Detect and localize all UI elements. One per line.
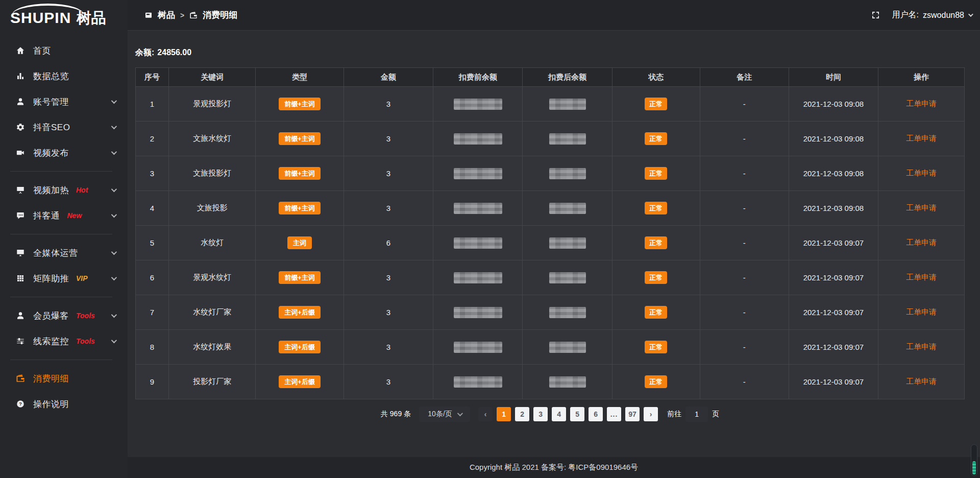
column-header: 扣费前余额 (433, 68, 523, 87)
logo: SHUPIN 树品 (0, 0, 128, 32)
user-menu[interactable]: 用户名: zswodun88 (892, 10, 972, 20)
page-button-1[interactable]: 1 (497, 407, 511, 421)
cell-remark: - (700, 260, 789, 295)
type-badge: 前缀+主词 (279, 98, 321, 110)
sidebar-item-badge: Tools (76, 312, 95, 320)
sidebar-item-4[interactable]: 视频发布 (0, 140, 128, 165)
ticket-apply-link[interactable]: 工单申请 (906, 134, 937, 142)
sidebar-item-11[interactable]: 消费明细 (0, 366, 128, 391)
cell-index: 4 (136, 191, 169, 226)
scrollbar[interactable] (971, 444, 977, 476)
masked-balance-after (549, 307, 586, 318)
cell-amount: 3 (344, 87, 433, 122)
pagination-ellipsis[interactable]: ... (607, 407, 621, 421)
main-content: 余额:24856.00 序号关键词类型金额扣费前余额扣费后余额状态备注时间操作 … (128, 31, 980, 457)
cell-remark: - (700, 365, 789, 399)
ticket-apply-link[interactable]: 工单申请 (906, 307, 937, 316)
page-button-5[interactable]: 5 (570, 407, 584, 421)
type-badge: 主词+后缀 (279, 341, 321, 353)
sidebar-item-label: 消费明细 (33, 373, 69, 385)
goto-label: 前往 (667, 410, 681, 419)
sidebar-item-label: 线索监控 (33, 336, 69, 347)
sidebar-item-label: 抖音SEO (33, 122, 70, 133)
scrollbar-thumb[interactable] (972, 461, 976, 474)
chevron-down-icon (111, 312, 117, 318)
goto-page-input[interactable] (685, 407, 708, 422)
logo-arc (12, 4, 84, 15)
next-page-button[interactable]: › (644, 407, 658, 421)
cell-index: 7 (136, 295, 169, 330)
sidebar-item-label: 数据总览 (33, 70, 69, 82)
cell-time: 2021-12-03 09:08 (789, 156, 878, 191)
chevron-down-icon (111, 275, 117, 280)
cell-time: 2021-12-03 09:07 (789, 226, 878, 260)
sidebar-item-7[interactable]: 全媒体运营 (0, 240, 128, 266)
column-header: 扣费后余额 (523, 68, 612, 87)
table-row: 3文旅投影灯前缀+主词3正常-2021-12-03 09:08工单申请 (136, 156, 965, 191)
page-button-6[interactable]: 6 (589, 407, 603, 421)
cell-keyword: 文旅投影灯 (168, 156, 256, 191)
sidebar-item-10[interactable]: 线索监控Tools (0, 328, 128, 354)
ticket-apply-link[interactable]: 工单申请 (906, 203, 937, 212)
sliders-icon (15, 336, 26, 346)
help-icon: ? (15, 399, 26, 409)
status-badge: 正常 (645, 167, 667, 180)
app-icon (144, 11, 153, 19)
masked-balance-after (549, 237, 586, 249)
chevron-down-icon (111, 186, 117, 192)
page-button-4[interactable]: 4 (552, 407, 566, 421)
sidebar-item-label: 操作说明 (33, 398, 69, 410)
page-button-97[interactable]: 97 (625, 407, 640, 421)
sidebar-item-6[interactable]: 抖客通New (0, 203, 128, 228)
sidebar-item-badge: VIP (76, 274, 88, 282)
username: zswodun88 (923, 11, 964, 20)
chevron-down-icon (457, 411, 463, 416)
user-icon (15, 310, 26, 321)
ticket-apply-link[interactable]: 工单申请 (906, 169, 937, 177)
sidebar-item-0[interactable]: 首页 (0, 38, 128, 63)
ticket-apply-link[interactable]: 工单申请 (906, 273, 937, 281)
page-button-2[interactable]: 2 (515, 407, 529, 421)
cell-time: 2021-12-03 09:08 (789, 122, 878, 156)
masked-balance-after (549, 203, 586, 214)
breadcrumb-item[interactable]: 树品 (158, 9, 175, 21)
ticket-apply-link[interactable]: 工单申请 (906, 377, 937, 386)
cell-keyword: 文旅投影 (168, 191, 256, 226)
sidebar-item-12[interactable]: ?操作说明 (0, 391, 128, 417)
table-row: 6景观水纹灯前缀+主词3正常-2021-12-03 09:07工单申请 (136, 260, 965, 295)
page-button-3[interactable]: 3 (533, 407, 548, 421)
sidebar-item-8[interactable]: 矩阵助推VIP (0, 266, 128, 291)
status-badge: 正常 (645, 306, 667, 319)
ticket-apply-link[interactable]: 工单申请 (906, 342, 937, 351)
ticket-apply-link[interactable]: 工单申请 (906, 99, 937, 108)
sidebar-item-label: 矩阵助推 (33, 273, 69, 284)
masked-balance-before (454, 133, 502, 145)
fullscreen-icon[interactable] (871, 11, 880, 19)
page-size-select[interactable]: 10条/页 (419, 407, 470, 422)
sidebar-item-3[interactable]: 抖音SEO (0, 114, 128, 140)
sidebar-item-badge: Tools (76, 337, 95, 345)
cell-amount: 3 (344, 365, 433, 399)
sidebar-item-label: 全媒体运营 (33, 247, 78, 259)
sidebar-item-label: 视频发布 (33, 147, 69, 159)
chevron-down-icon (111, 338, 117, 343)
sidebar-item-9[interactable]: 会员爆客Tools (0, 303, 128, 328)
sidebar-item-1[interactable]: 数据总览 (0, 63, 128, 89)
ticket-apply-link[interactable]: 工单申请 (906, 238, 937, 247)
table-row: 4文旅投影前缀+主词3正常-2021-12-03 09:08工单申请 (136, 191, 965, 226)
cell-remark: - (700, 330, 789, 365)
masked-balance-after (549, 272, 586, 283)
status-badge: 正常 (645, 132, 667, 145)
sidebar-item-2[interactable]: 账号管理 (0, 89, 128, 114)
topbar-right: 用户名: zswodun88 (871, 10, 972, 20)
cell-time: 2021-12-03 09:07 (789, 330, 878, 365)
sidebar-menu: 首页数据总览账号管理抖音SEO视频发布视频加热Hot抖客通New全媒体运营矩阵助… (0, 32, 128, 417)
column-header: 时间 (789, 68, 878, 87)
svg-text:?: ? (19, 401, 22, 407)
sidebar-item-5[interactable]: 视频加热Hot (0, 177, 128, 203)
sidebar-item-badge: New (67, 211, 82, 220)
cell-amount: 3 (344, 191, 433, 226)
prev-page-button[interactable]: ‹ (478, 407, 493, 421)
type-badge: 前缀+主词 (279, 202, 321, 214)
column-header: 类型 (256, 68, 344, 87)
